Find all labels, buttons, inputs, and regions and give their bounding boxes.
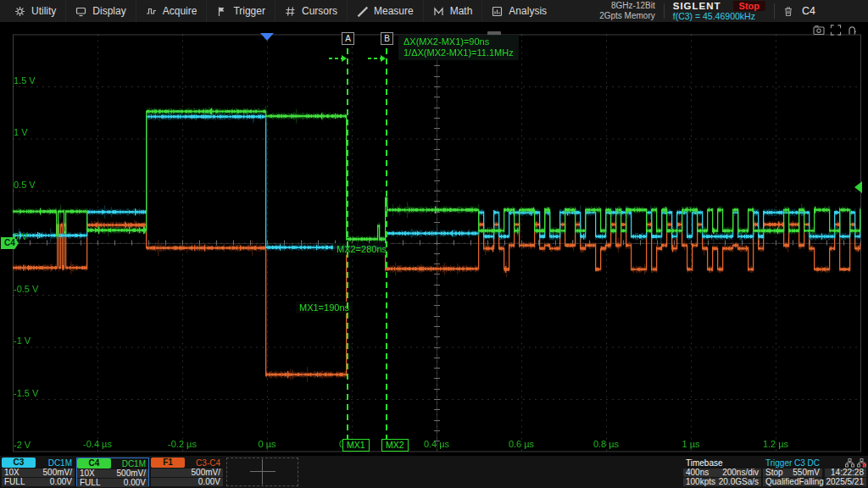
menu-bar: Utility Display Acquire Trigger Cursors … — [0, 0, 868, 23]
cursor-mx2-position-label: MX2=280ns — [333, 243, 390, 255]
x-axis-label: 1 µs — [661, 439, 721, 449]
run-state-badge[interactable]: Stop — [733, 1, 765, 11]
channel-c4-descriptor[interactable]: C4 DC1M 10X500mV/ FULL0.00V — [76, 458, 149, 486]
menu-item-trigger[interactable]: Trigger — [207, 0, 275, 22]
y-axis-label: -1 V — [14, 336, 31, 346]
trigger-slope: Falling — [798, 478, 823, 486]
trigger-title: Trigger — [765, 458, 792, 468]
spec-bandwidth: 8GHz-12Bit — [599, 1, 655, 11]
timebase-points: 100kpts — [686, 478, 715, 486]
trash-icon[interactable] — [783, 6, 793, 17]
waveform-canvas — [0, 22, 868, 456]
status-bar: C3 DC1M 10X500mV/ FULL0.00V C4 DC1M 10X5… — [0, 456, 868, 488]
menu-item-label: Acquire — [163, 5, 198, 17]
menu-item-label: Display — [92, 5, 125, 17]
touch-gesture-icon[interactable] — [847, 25, 858, 36]
gear-icon — [14, 6, 25, 17]
y-axis-label: 1 V — [14, 127, 28, 137]
display-icon — [75, 6, 86, 17]
frequency-counter: f(C3) = 45.46900kHz — [673, 11, 765, 21]
brand-logo: SIGLENT — [673, 1, 721, 11]
delta-x-inverse-value: 1/ΔX(MX2-MX1)=11.1MHz — [403, 47, 514, 58]
trigger-level-marker[interactable] — [854, 181, 862, 193]
channel-c3-descriptor[interactable]: C3 DC1M 10X500mV/ FULL0.00V — [2, 458, 75, 486]
add-channel-slot[interactable] — [226, 458, 298, 486]
timebase-samplerate: 20.0GSa/s — [719, 478, 759, 486]
timebase-scale: 200ns/div — [722, 469, 759, 477]
channel-c3-probe: 10X — [4, 469, 19, 477]
y-axis-label: -2 V — [14, 440, 31, 450]
channel-c4-tab[interactable]: C4 — [77, 458, 111, 469]
math-f1-source: C3-C4 — [196, 458, 223, 468]
channel-c4-scale: 500mV/ — [117, 469, 146, 478]
channel-c3-bandwidth: FULL — [4, 478, 25, 486]
menu-item-utility[interactable]: Utility — [5, 0, 66, 22]
cursor-a-arrow — [329, 58, 342, 59]
menu-item-acquire[interactable]: Acquire — [136, 0, 208, 22]
timebase-descriptor[interactable]: Timebase 400ns200ns/div 100kpts20.0GSa/s — [683, 458, 761, 486]
x-axis-label: 0.8 µs — [576, 439, 636, 449]
menu-item-label: Cursors — [302, 5, 337, 17]
menu-item-display[interactable]: Display — [66, 0, 136, 22]
oscilloscope-screen: Utility Display Acquire Trigger Cursors … — [0, 0, 868, 488]
menu-item-label: Math — [450, 5, 473, 17]
y-axis-label: -0.5 V — [14, 284, 38, 294]
clock-time: 14:22:28 — [831, 469, 864, 477]
plus-icon — [250, 459, 275, 485]
cursor-mx1-tag[interactable]: MX1 — [342, 439, 370, 452]
channel-c3-scale: 500mV/ — [43, 469, 72, 477]
cursor-mx1-position-label: MX1=190ns — [296, 302, 353, 313]
trigger-descriptor[interactable]: TriggerC3 DC Stop550mV QualifiedFalling — [763, 458, 822, 486]
channel-c4-bandwidth: FULL — [80, 479, 100, 487]
menu-item-label: Trigger — [233, 5, 265, 17]
screenshot-camera-icon[interactable] — [813, 25, 825, 36]
trigger-state: Stop — [765, 469, 783, 477]
trigger-source: C3 DC — [794, 458, 820, 468]
lan-disconnected-icon — [857, 458, 866, 468]
cursor-mx1-line[interactable] — [347, 38, 348, 452]
math-icon — [433, 6, 444, 17]
divider — [774, 3, 775, 19]
active-channel-indicator[interactable]: C4 — [802, 5, 815, 17]
trigger-level: 550mV — [793, 469, 820, 477]
fullscreen-icon[interactable] — [830, 25, 842, 36]
channel-c3-tab[interactable]: C3 — [2, 458, 36, 468]
menu-item-label: Utility — [31, 5, 56, 17]
system-spec: 8GHz-12Bit 2Gpts Memory — [599, 1, 655, 21]
cursor-mx2-tag[interactable]: MX2 — [381, 439, 409, 452]
y-axis-label: -1.5 V — [14, 388, 38, 398]
trigger-position-marker[interactable] — [260, 33, 274, 41]
menu-item-measure[interactable]: Measure — [348, 0, 424, 22]
trigger-type: Qualified — [765, 478, 798, 486]
analysis-icon — [492, 6, 503, 17]
acquire-icon — [146, 6, 157, 17]
timebase-delay: 400ns — [686, 469, 709, 477]
cursor-a-handle[interactable]: A — [342, 32, 354, 45]
delta-x-value: ΔX(MX2-MX1)=90ns — [403, 36, 514, 47]
menu-item-analysis[interactable]: Analysis — [482, 0, 556, 22]
divider — [664, 3, 665, 19]
x-axis-label: 0 µs — [237, 439, 297, 449]
menu-item-math[interactable]: Math — [424, 0, 483, 22]
menu-item-cursors[interactable]: Cursors — [275, 0, 348, 22]
math-f1-tab[interactable]: F1 — [151, 458, 185, 468]
cursors-icon — [285, 6, 296, 17]
x-axis-label: 1.2 µs — [746, 439, 805, 449]
math-f1-descriptor[interactable]: F1 C3-C4 500mV/ 0.00V — [151, 458, 223, 486]
cursor-delta-readout: ΔX(MX2-MX1)=90ns 1/ΔX(MX2-MX1)=11.1MHz — [398, 35, 519, 60]
channel-c3-offset: 0.00V — [50, 478, 72, 486]
waveform-display[interactable]: 1.5 V 1 V 0.5 V 0 V -0.5 V -1 V -1.5 V -… — [0, 22, 868, 456]
cursor-mx2-line[interactable] — [386, 38, 387, 452]
menu-item-label: Analysis — [509, 5, 547, 17]
spec-memory: 2Gpts Memory — [599, 11, 655, 21]
x-axis-label: 0.6 µs — [492, 439, 551, 449]
math-f1-offset: 0.00V — [198, 478, 220, 486]
menu-item-label: Measure — [374, 5, 414, 17]
channel-c4-coupling: DC1M — [122, 459, 148, 469]
y-axis-label: 0.5 V — [14, 180, 36, 190]
cursor-b-arrow — [368, 58, 381, 59]
cursor-b-handle[interactable]: B — [381, 32, 393, 45]
x-axis-label: 0.4 µs — [407, 439, 466, 449]
measure-icon — [357, 6, 368, 17]
x-axis-label: -0.4 µs — [68, 439, 127, 449]
